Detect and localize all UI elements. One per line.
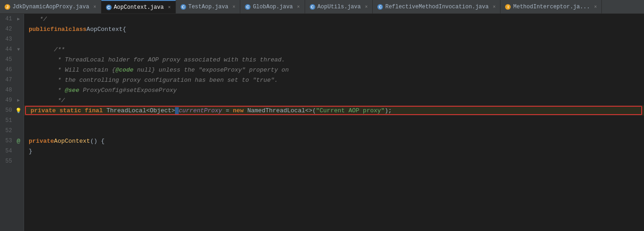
code-line-43 (24, 34, 644, 44)
gutter-icon-46 (15, 65, 22, 75)
gutter-line-55: 55 (0, 156, 24, 166)
gutter-icon-47 (15, 75, 22, 85)
gutter-line-49: 49▶ (0, 95, 24, 105)
line-number-53: 53 (0, 138, 15, 144)
line-number-52: 52 (0, 128, 15, 134)
line-number-54: 54 (0, 148, 15, 154)
gutter-line-46: 46 (0, 65, 24, 75)
editor: 41▶424344▼4546474849▶50💡515253@5455 */ p… (0, 14, 644, 231)
tab-label-tab1: JdkDynamicAopProxy.java (13, 4, 89, 10)
line-number-43: 43 (0, 36, 15, 43)
tab-tab2[interactable]: CAopContext.java× (101, 0, 176, 14)
code-line-54: } (24, 146, 644, 156)
line-number-50: 50 (0, 107, 15, 114)
line-number-42: 42 (0, 26, 15, 32)
tab-close-tab4[interactable]: × (297, 5, 300, 10)
line-number-46: 46 (0, 67, 15, 73)
gutter-icon-48 (15, 85, 22, 95)
gutter-icon-51 (15, 116, 22, 126)
tab-bar: JJdkDynamicAopProxy.java×CAopContext.jav… (0, 0, 644, 14)
tab-close-tab6[interactable]: × (493, 5, 495, 10)
gutter-line-43: 43 (0, 34, 24, 44)
tab-label-tab6: ReflectiveMethodInvocation.java (385, 4, 488, 10)
code-area[interactable]: */ public final class AopContext { /** *… (24, 14, 644, 231)
line-number-55: 55 (0, 158, 15, 164)
tab-icon-tab7: I (505, 4, 511, 10)
line-number-44: 44 (0, 46, 15, 53)
gutter-line-42: 42 (0, 24, 24, 34)
tab-close-tab2[interactable]: × (168, 5, 171, 10)
tab-close-tab7[interactable]: × (594, 5, 597, 10)
gutter-line-50: 50💡 (0, 105, 24, 116)
tab-tab1[interactable]: JJdkDynamicAopProxy.java× (0, 0, 101, 14)
tab-close-tab3[interactable]: × (232, 5, 235, 10)
code-line-52 (24, 126, 644, 136)
gutter-icon-49: ▶ (15, 95, 22, 105)
tab-label-tab7: MethodInterceptor.ja... (513, 4, 590, 10)
code-line-51 (24, 116, 644, 126)
code-line-48: * @see ProxyConfig#setExposeProxy (24, 85, 644, 95)
tab-icon-tab1: J (5, 4, 10, 10)
tab-icon-tab5: C (310, 4, 315, 10)
gutter-line-44: 44▼ (0, 44, 24, 55)
code-line-46: * Will contain {@code null} unless the "… (24, 65, 644, 75)
tab-tab6[interactable]: CReflectiveMethodInvocation.java× (373, 0, 500, 14)
tab-tab7[interactable]: IMethodInterceptor.ja...× (500, 0, 602, 14)
tab-icon-tab2: C (106, 5, 112, 10)
tab-icon-tab3: C (181, 4, 186, 10)
tab-close-tab1[interactable]: × (94, 5, 96, 10)
gutter: 41▶424344▼4546474849▶50💡515253@5455 (0, 14, 24, 231)
code-line-44: /** (24, 44, 644, 55)
gutter-line-47: 47 (0, 75, 24, 85)
tab-tab4[interactable]: CGlobAop.java× (240, 0, 305, 14)
gutter-line-45: 45 (0, 55, 24, 65)
code-line-50: private static final ThreadLocal<Object>… (24, 105, 644, 116)
line-number-51: 51 (0, 117, 15, 124)
gutter-icon-53: @ (15, 136, 22, 146)
code-line-45: * ThreadLocal holder for AOP proxy assoc… (24, 55, 644, 65)
code-line-55 (24, 156, 644, 166)
code-line-49: */ (24, 95, 644, 105)
code-line-53: private AopContext() { (24, 136, 644, 146)
line-number-49: 49 (0, 97, 15, 103)
gutter-line-52: 52 (0, 126, 24, 136)
line-number-45: 45 (0, 56, 15, 63)
code-line-47: * the controlling proxy configuration ha… (24, 75, 644, 85)
gutter-icon-55 (15, 156, 22, 166)
line-number-41: 41 (0, 16, 15, 22)
tab-label-tab4: GlobAop.java (253, 4, 293, 10)
gutter-icon-45 (15, 55, 22, 65)
gutter-icon-44: ▼ (15, 44, 22, 55)
tab-icon-tab6: C (377, 4, 383, 10)
gutter-line-41: 41▶ (0, 14, 24, 24)
gutter-icon-50[interactable]: 💡 (15, 105, 22, 116)
gutter-icon-43 (15, 34, 22, 44)
gutter-line-48: 48 (0, 85, 24, 95)
tab-tab5[interactable]: CAopUtils.java× (305, 0, 373, 14)
tab-icon-tab4: C (245, 4, 250, 10)
gutter-line-53: 53@ (0, 136, 24, 146)
code-line-42: public final class AopContext { (24, 24, 644, 34)
line-number-47: 47 (0, 77, 15, 83)
gutter-line-54: 54 (0, 146, 24, 156)
line-number-48: 48 (0, 87, 15, 93)
tab-label-tab2: AopContext.java (114, 4, 164, 11)
tab-tab3[interactable]: CTestAop.java× (176, 0, 240, 14)
gutter-icon-42 (15, 24, 22, 34)
gutter-icon-54 (15, 146, 22, 156)
gutter-icon-41: ▶ (15, 14, 22, 24)
code-line-41: */ (24, 14, 644, 24)
gutter-line-51: 51 (0, 116, 24, 126)
tab-close-tab5[interactable]: × (365, 5, 368, 10)
tab-label-tab3: TestAop.java (188, 4, 228, 10)
gutter-icon-52 (15, 126, 22, 136)
tab-label-tab5: AopUtils.java (318, 4, 361, 10)
